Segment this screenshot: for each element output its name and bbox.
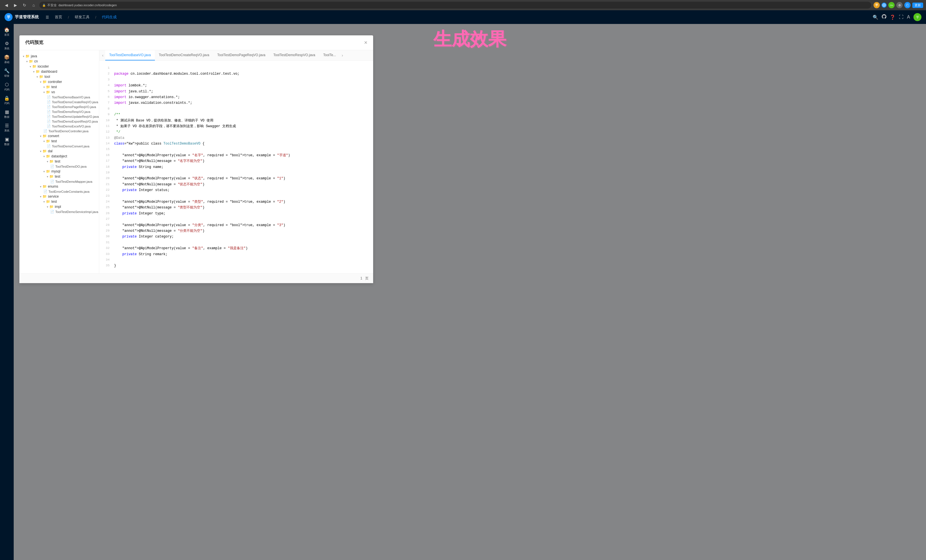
tab-ToolTe[interactable]: ToolTe... <box>319 50 340 60</box>
sidebar-item-data1[interactable]: ▦ 数据 <box>1 108 12 120</box>
folder-icon: 📁 <box>46 90 50 94</box>
folder-icon: 📁 <box>46 154 50 158</box>
extension-icon-2[interactable] <box>882 3 887 8</box>
tab-ToolTestDemoRespVO[interactable]: ToolTestDemoRespVO.java <box>269 50 319 60</box>
svg-point-1 <box>884 5 885 6</box>
back-button[interactable]: ◀ <box>3 2 10 9</box>
sidebar-item-system[interactable]: ⚙ 系统 <box>1 40 12 51</box>
tree-node[interactable]: 📄 ToolTestDemoExportReqVO.java <box>22 119 97 124</box>
extension-icon-1[interactable]: 芋 <box>873 2 880 8</box>
tree-node[interactable]: ▾ 📁 dashboard <box>22 69 97 74</box>
menu-toggle[interactable]: ☰ <box>43 14 51 21</box>
tree-node[interactable]: ▾ 📁 test <box>22 85 97 89</box>
sidebar-item-sys2[interactable]: ☰ 系统 <box>1 122 12 133</box>
tree-node[interactable]: ▾ 📁 cn <box>22 59 97 64</box>
tree-node[interactable]: 📄 ToolTestDemoCreateReqVO.java <box>22 100 97 104</box>
folder-arrow-icon: ▾ <box>40 150 41 153</box>
user-avatar[interactable]: 芋 <box>914 13 921 21</box>
sidebar-item-code2[interactable]: 🔒 代码 <box>1 95 12 106</box>
code-line: 33 private String remark; <box>105 252 368 257</box>
address-bar[interactable]: 🔒 不安全 dashboard.yudao.iocoder.cn/tool/co… <box>39 2 871 9</box>
reload-button[interactable]: ↻ <box>21 2 28 9</box>
tree-node[interactable]: 📄 ToolTestDemoMapper.java <box>22 179 97 184</box>
tree-node[interactable]: ▾ 📁 impl <box>22 204 97 209</box>
breadcrumb-devtools[interactable]: 研发工具 <box>73 14 92 21</box>
tree-node[interactable]: ▾ 📁 test <box>22 139 97 144</box>
line-number: 22 <box>105 187 114 193</box>
update-button[interactable]: 更新 <box>912 3 923 8</box>
tree-node[interactable]: ▾ 📁 iocoder <box>22 64 97 69</box>
folder-arrow-icon: ▾ <box>47 205 48 208</box>
breadcrumb-home[interactable]: 首页 <box>53 14 65 21</box>
forward-button[interactable]: ▶ <box>12 2 19 9</box>
search-icon[interactable]: 🔍 <box>873 15 878 20</box>
file-icon: 📄 <box>47 115 51 118</box>
extension-icon-on[interactable]: On <box>888 2 895 8</box>
breadcrumb-sep-1: / <box>66 14 71 21</box>
tree-node[interactable]: 📄 ToolTestDemoController.java <box>22 128 97 133</box>
tree-node[interactable]: ▾ 📁 mysql <box>22 169 97 174</box>
code-line: 10 * 测试示例 Base VO，提供给添加、修改、详细的子 VO 使用 <box>105 118 368 124</box>
tree-node[interactable]: ▾ 📁 convert <box>22 133 97 139</box>
tree-node[interactable]: 📄 ToolTestDemoServiceImpl.java <box>22 209 97 214</box>
modal-header: 代码预览 × <box>20 35 373 50</box>
user-icon[interactable]: 已 <box>904 2 911 8</box>
sidebar-item-dev[interactable]: 🔧 研发 <box>1 67 12 79</box>
tree-node[interactable]: ▾ 📁 test <box>22 199 97 204</box>
home-button[interactable]: ⌂ <box>30 2 37 9</box>
sidebar-item-code1[interactable]: ⬡ 代码 <box>1 81 12 92</box>
line-content: "annot">@ApiModelProperty(value = "状态", … <box>114 176 368 181</box>
tree-node[interactable]: ▾ 📁 test <box>22 174 97 179</box>
tree-node[interactable]: ▾ 📁 dataobject <box>22 154 97 159</box>
line-content: */ <box>114 129 368 135</box>
tree-node[interactable]: ▾ 📁 dal <box>22 149 97 154</box>
tree-node-label: iocoder <box>38 65 49 68</box>
tree-node-label: cn <box>34 59 38 63</box>
tree-node[interactable]: ▾ 📁 test <box>22 159 97 164</box>
sidebar-item-data2[interactable]: ▣ 数据 <box>1 136 12 147</box>
tab-prev-button[interactable]: ‹ <box>100 53 105 57</box>
line-content: "annot">@NotNull(message = "分类不能为空") <box>114 228 368 234</box>
folder-icon: 📁 <box>46 139 50 143</box>
tab-next-button[interactable]: › <box>340 53 345 57</box>
tree-node[interactable]: 📄 ToolTestDemoPageReqVO.java <box>22 104 97 109</box>
code-line: 3 <box>105 77 368 83</box>
tree-node[interactable]: 📄 ToolErrorCodeConstants.java <box>22 189 97 194</box>
folder-arrow-icon: ▾ <box>40 185 41 188</box>
question-icon[interactable]: ❓ <box>890 15 896 20</box>
tree-node[interactable]: ▾ 📁 service <box>22 194 97 199</box>
tab-ToolTestDemoBaseVO[interactable]: ToolTestDemoBaseVO.java <box>105 50 155 60</box>
tree-node[interactable]: 📄 ToolTestDemoExcelVO.java <box>22 124 97 128</box>
url-text: dashboard.yudao.iocoder.cn/tool/codegen <box>59 3 117 7</box>
github-icon[interactable] <box>882 14 886 20</box>
line-number: 23 <box>105 193 114 199</box>
tree-node[interactable]: 📄 ToolTestDemoConvert.java <box>22 144 97 149</box>
tab-ToolTestDemoPageReqVO[interactable]: ToolTestDemoPageReqVO.java <box>213 50 269 60</box>
sidebar-item-home[interactable]: 🏠 首页 <box>1 26 12 38</box>
folder-arrow-icon: ▾ <box>36 75 38 78</box>
sidebar-item-basic[interactable]: 📦 基础 <box>1 54 12 65</box>
tree-node[interactable]: 📄 ToolTestDemoRespVO.java <box>22 109 97 114</box>
tree-node[interactable]: ▾ 📁 enums <box>22 184 97 189</box>
logo-avatar: 芋 <box>5 13 12 21</box>
tree-node-label: test <box>55 175 60 178</box>
tree-node[interactable]: ▾ 📁 tool <box>22 74 97 79</box>
fullscreen-icon[interactable]: ⛶ <box>899 15 903 20</box>
tree-node[interactable]: ▾ 📁 vo <box>22 89 97 95</box>
tree-node-label: ToolTestDemoRespVO.java <box>52 110 91 113</box>
tab-ToolTestDemoCreateReqVO[interactable]: ToolTestDemoCreateReqVO.java <box>155 50 213 60</box>
tree-node[interactable]: 📄 ToolTestDemoUpdateReqVO.java <box>22 114 97 119</box>
code-line: 6import io.swagger.annotations.*; <box>105 94 368 100</box>
tree-node[interactable]: 📄 ToolTestDemoBaseVO.java <box>22 95 97 100</box>
tree-node[interactable]: 📄 ToolTestDemoDO.java <box>22 164 97 169</box>
line-content: } <box>114 263 368 269</box>
tree-node[interactable]: ▾ 📁 controller <box>22 79 97 85</box>
tree-node[interactable]: ▾ 📁 java <box>22 54 97 59</box>
font-icon[interactable]: A <box>907 15 910 20</box>
modal-close-button[interactable]: × <box>364 39 368 46</box>
code-line: 17 "annot">@NotNull(message = "名字不能为空") <box>105 158 368 164</box>
breadcrumb-codegen[interactable]: 代码生成 <box>100 14 119 21</box>
line-content: import javax.validation.constraints.*; <box>114 100 368 106</box>
extension-icon-3[interactable]: ⚙ <box>896 2 903 8</box>
code-editor[interactable]: 1 2package cn.iocoder.dashboard.modules.… <box>99 61 373 273</box>
